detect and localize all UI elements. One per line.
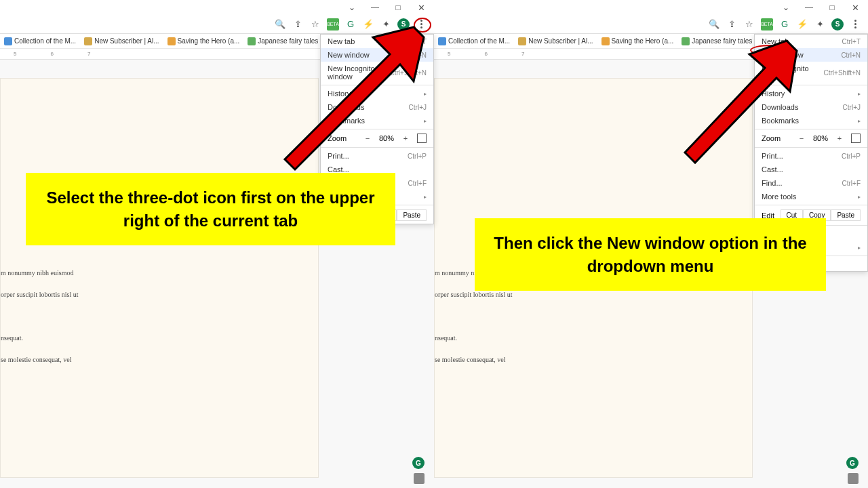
grammarly-icon[interactable]: G (778, 18, 791, 30)
close-button[interactable]: ✕ (416, 3, 426, 12)
callout-left: Select the three-dot icon first on the u… (26, 173, 395, 245)
minimize-button[interactable]: — (370, 3, 380, 12)
minimize-button[interactable]: — (804, 3, 814, 12)
svg-marker-0 (285, 27, 424, 169)
profile-icon[interactable]: S (831, 18, 844, 30)
maximize-button[interactable]: □ (393, 3, 403, 12)
puzzle-icon[interactable]: ✦ (814, 18, 826, 30)
paste-button[interactable]: Paste (397, 209, 427, 221)
bookmark-item[interactable]: Collection of the M... (4, 37, 76, 45)
zoom-value: 80% (813, 134, 828, 142)
paste-button[interactable]: Paste (831, 209, 861, 221)
bookmark-item[interactable]: Collection of the M... (438, 37, 510, 45)
toolbar: 🔍 ⇪ ☆ BETA G ⚡ ✦ S (434, 15, 868, 34)
star-icon[interactable]: ☆ (743, 18, 755, 30)
extension-icon[interactable]: ⚡ (796, 18, 808, 30)
chevron-down-icon[interactable]: ⌄ (347, 3, 357, 12)
bookmark-item[interactable]: New Subscriber | Al... (84, 37, 159, 45)
zoom-in-button[interactable]: + (835, 134, 844, 142)
grammarly-badge[interactable]: G (846, 457, 859, 469)
chevron-down-icon[interactable]: ⌄ (781, 3, 791, 12)
zoom-icon[interactable]: 🔍 (708, 18, 720, 30)
titlebar: ⌄ — □ ✕ (0, 0, 434, 15)
corner-badge (414, 473, 425, 484)
callout-right: Then click the New window option in the … (475, 218, 826, 291)
beta-badge: BETA (761, 18, 773, 30)
arrow-annotation (271, 20, 427, 176)
kebab-menu-icon[interactable] (849, 18, 861, 30)
corner-badge (848, 473, 859, 484)
svg-marker-1 (685, 41, 797, 163)
maximize-button[interactable]: □ (827, 3, 837, 12)
bookmark-item[interactable]: Saving the Hero (a... (601, 37, 674, 45)
fullscreen-icon[interactable] (851, 134, 861, 143)
bookmark-item[interactable]: New Subscriber | Al... (518, 37, 593, 45)
share-icon[interactable]: ⇪ (726, 18, 738, 30)
arrow-annotation (678, 34, 800, 169)
close-button[interactable]: ✕ (850, 3, 860, 12)
menu-find[interactable]: Find...Ctrl+F (755, 176, 867, 190)
menu-more-tools[interactable]: More tools▸ (755, 190, 867, 203)
titlebar: ⌄ — □ ✕ (434, 0, 868, 15)
bookmark-item[interactable]: Saving the Hero (a... (167, 37, 240, 45)
grammarly-badge[interactable]: G (412, 457, 425, 469)
